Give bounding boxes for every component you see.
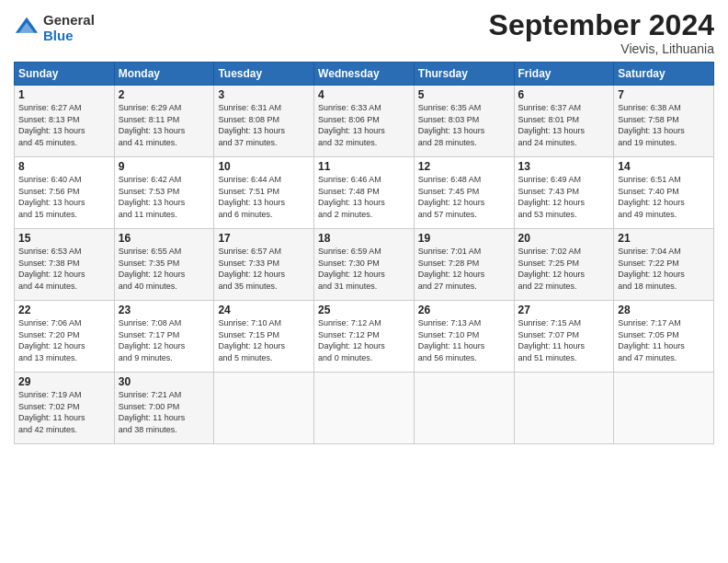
day-number: 30	[119, 375, 210, 388]
table-cell: 30Sunrise: 7:21 AMSunset: 7:00 PMDayligh…	[114, 373, 214, 444]
day-info: Sunrise: 6:27 AMSunset: 8:13 PMDaylight:…	[18, 103, 85, 147]
day-info: Sunrise: 6:38 AMSunset: 7:58 PMDaylight:…	[618, 103, 685, 147]
table-cell: 23Sunrise: 7:08 AMSunset: 7:17 PMDayligh…	[114, 301, 214, 373]
col-tuesday: Tuesday	[214, 63, 314, 86]
location: Vievis, Lithuania	[489, 41, 714, 56]
table-cell	[414, 373, 514, 444]
day-number: 27	[518, 304, 610, 316]
day-info: Sunrise: 6:46 AMSunset: 7:48 PMDaylight:…	[318, 175, 385, 219]
day-number: 23	[119, 304, 210, 316]
table-cell: 17Sunrise: 6:57 AMSunset: 7:33 PMDayligh…	[214, 229, 314, 301]
month-title: September 2024	[489, 9, 714, 41]
day-info: Sunrise: 7:15 AMSunset: 7:07 PMDaylight:…	[518, 318, 586, 362]
day-number: 24	[218, 304, 310, 316]
day-number: 25	[318, 304, 410, 316]
table-cell: 20Sunrise: 7:02 AMSunset: 7:25 PMDayligh…	[514, 229, 614, 301]
table-cell: 21Sunrise: 7:04 AMSunset: 7:22 PMDayligh…	[614, 229, 714, 301]
header-row: Sunday Monday Tuesday Wednesday Thursday…	[15, 63, 714, 86]
day-number: 21	[618, 232, 710, 245]
day-info: Sunrise: 6:35 AMSunset: 8:03 PMDaylight:…	[418, 103, 485, 147]
day-info: Sunrise: 6:37 AMSunset: 8:01 PMDaylight:…	[518, 103, 586, 147]
table-cell: 14Sunrise: 6:51 AMSunset: 7:40 PMDayligh…	[614, 157, 714, 229]
table-cell: 5Sunrise: 6:35 AMSunset: 8:03 PMDaylight…	[414, 86, 514, 157]
day-number: 16	[119, 232, 210, 245]
table-cell: 24Sunrise: 7:10 AMSunset: 7:15 PMDayligh…	[214, 301, 314, 373]
day-info: Sunrise: 7:06 AMSunset: 7:20 PMDaylight:…	[18, 318, 85, 362]
day-info: Sunrise: 7:04 AMSunset: 7:22 PMDaylight:…	[618, 247, 685, 291]
day-info: Sunrise: 6:48 AMSunset: 7:45 PMDaylight:…	[418, 175, 485, 219]
table-cell: 18Sunrise: 6:59 AMSunset: 7:30 PMDayligh…	[314, 229, 415, 301]
table-cell: 26Sunrise: 7:13 AMSunset: 7:10 PMDayligh…	[414, 301, 514, 373]
day-number: 4	[318, 88, 410, 101]
table-cell: 10Sunrise: 6:44 AMSunset: 7:51 PMDayligh…	[214, 157, 314, 229]
table-cell: 9Sunrise: 6:42 AMSunset: 7:53 PMDaylight…	[114, 157, 214, 229]
day-number: 8	[18, 160, 110, 173]
table-cell: 2Sunrise: 6:29 AMSunset: 8:11 PMDaylight…	[114, 86, 214, 157]
table-cell: 19Sunrise: 7:01 AMSunset: 7:28 PMDayligh…	[414, 229, 514, 301]
title-block: September 2024 Vievis, Lithuania	[489, 9, 714, 56]
day-number: 15	[18, 232, 110, 245]
col-thursday: Thursday	[414, 63, 514, 86]
day-number: 6	[518, 88, 610, 101]
table-cell: 11Sunrise: 6:46 AMSunset: 7:48 PMDayligh…	[314, 157, 415, 229]
table-row: 29Sunrise: 7:19 AMSunset: 7:02 PMDayligh…	[15, 373, 714, 444]
day-number: 19	[418, 232, 510, 245]
table-cell: 12Sunrise: 6:48 AMSunset: 7:45 PMDayligh…	[414, 157, 514, 229]
day-info: Sunrise: 6:55 AMSunset: 7:35 PMDaylight:…	[119, 247, 186, 291]
day-info: Sunrise: 6:53 AMSunset: 7:38 PMDaylight:…	[18, 247, 85, 291]
table-cell: 3Sunrise: 6:31 AMSunset: 8:08 PMDaylight…	[214, 86, 314, 157]
day-number: 9	[119, 160, 210, 173]
day-info: Sunrise: 6:57 AMSunset: 7:33 PMDaylight:…	[218, 247, 285, 291]
day-info: Sunrise: 6:33 AMSunset: 8:06 PMDaylight:…	[318, 103, 385, 147]
table-cell: 1Sunrise: 6:27 AMSunset: 8:13 PMDaylight…	[15, 86, 115, 157]
table-cell: 13Sunrise: 6:49 AMSunset: 7:43 PMDayligh…	[514, 157, 614, 229]
day-info: Sunrise: 7:08 AMSunset: 7:17 PMDaylight:…	[119, 318, 186, 362]
day-info: Sunrise: 7:19 AMSunset: 7:02 PMDaylight:…	[18, 390, 85, 434]
day-info: Sunrise: 6:29 AMSunset: 8:11 PMDaylight:…	[119, 103, 186, 147]
day-number: 29	[18, 375, 110, 388]
table-cell: 7Sunrise: 6:38 AMSunset: 7:58 PMDaylight…	[614, 86, 714, 157]
table-cell: 8Sunrise: 6:40 AMSunset: 7:56 PMDaylight…	[15, 157, 115, 229]
col-friday: Friday	[514, 63, 614, 86]
table-cell: 15Sunrise: 6:53 AMSunset: 7:38 PMDayligh…	[15, 229, 115, 301]
table-cell	[314, 373, 415, 444]
day-info: Sunrise: 7:21 AMSunset: 7:00 PMDaylight:…	[119, 390, 186, 434]
day-info: Sunrise: 7:01 AMSunset: 7:28 PMDaylight:…	[418, 247, 485, 291]
day-number: 12	[418, 160, 510, 173]
calendar-table: Sunday Monday Tuesday Wednesday Thursday…	[14, 62, 714, 444]
table-row: 15Sunrise: 6:53 AMSunset: 7:38 PMDayligh…	[15, 229, 714, 301]
table-row: 22Sunrise: 7:06 AMSunset: 7:20 PMDayligh…	[15, 301, 714, 373]
main-container: General Blue September 2024 Vievis, Lith…	[0, 0, 728, 454]
table-cell: 25Sunrise: 7:12 AMSunset: 7:12 PMDayligh…	[314, 301, 415, 373]
day-info: Sunrise: 6:31 AMSunset: 8:08 PMDaylight:…	[218, 103, 285, 147]
day-number: 17	[218, 232, 310, 245]
day-number: 1	[18, 88, 110, 101]
day-info: Sunrise: 7:02 AMSunset: 7:25 PMDaylight:…	[518, 247, 586, 291]
day-number: 26	[418, 304, 510, 316]
day-number: 7	[618, 88, 710, 101]
day-info: Sunrise: 7:12 AMSunset: 7:12 PMDaylight:…	[318, 318, 385, 362]
table-cell	[614, 373, 714, 444]
day-info: Sunrise: 6:59 AMSunset: 7:30 PMDaylight:…	[318, 247, 385, 291]
day-number: 22	[18, 304, 110, 316]
day-number: 28	[618, 304, 710, 316]
day-number: 10	[218, 160, 310, 173]
table-cell: 28Sunrise: 7:17 AMSunset: 7:05 PMDayligh…	[614, 301, 714, 373]
col-saturday: Saturday	[614, 63, 714, 86]
header: General Blue September 2024 Vievis, Lith…	[14, 9, 714, 56]
day-number: 3	[218, 88, 310, 101]
day-number: 20	[518, 232, 610, 245]
col-monday: Monday	[114, 63, 214, 86]
logo-general: General	[43, 13, 95, 29]
day-info: Sunrise: 6:49 AMSunset: 7:43 PMDaylight:…	[518, 175, 586, 219]
day-number: 5	[418, 88, 510, 101]
day-number: 11	[318, 160, 410, 173]
logo: General Blue	[14, 13, 95, 43]
table-cell: 4Sunrise: 6:33 AMSunset: 8:06 PMDaylight…	[314, 86, 415, 157]
logo-text: General Blue	[43, 13, 95, 43]
col-wednesday: Wednesday	[314, 63, 415, 86]
day-number: 13	[518, 160, 610, 173]
table-row: 8Sunrise: 6:40 AMSunset: 7:56 PMDaylight…	[15, 157, 714, 229]
day-number: 18	[318, 232, 410, 245]
table-cell	[214, 373, 314, 444]
